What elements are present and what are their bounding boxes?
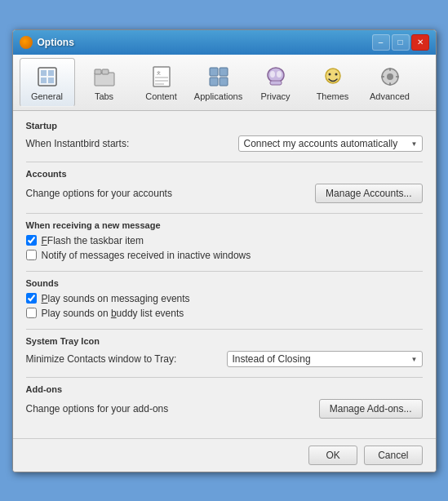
options-window: Options – □ ✕ General [12,29,437,472]
play-messaging-checkbox[interactable] [26,293,37,304]
tab-privacy[interactable]: Privacy [248,58,304,107]
svg-rect-2 [48,70,54,76]
separator-5 [26,377,423,378]
system-tray-label: Minimize Contacts window to Tray: [26,353,227,365]
title-bar: Options – □ ✕ [13,30,436,55]
svg-point-19 [277,71,282,78]
notify-checkbox[interactable] [26,250,37,260]
general-icon [34,64,60,90]
window-title: Options [38,37,372,48]
svg-rect-14 [220,68,228,76]
startup-section: Startup When Instantbird starts: Connect… [26,121,423,152]
addons-row: Change options for your add-ons Manage A… [26,399,423,419]
tab-tabs[interactable]: Tabs [77,58,132,107]
advanced-icon [377,64,403,90]
notify-label[interactable]: Notify of messages received in inactive … [42,250,251,261]
play-messaging-label[interactable]: Play sounds on messaging events [42,293,190,304]
content-icon: 文 [149,64,175,90]
sounds-title: Sounds [26,278,423,288]
applications-icon [206,64,232,90]
accounts-title: Accounts [26,169,423,179]
svg-rect-28 [381,76,384,78]
toolbar: General Tabs 文 Co [13,55,436,111]
svg-rect-26 [389,68,391,71]
play-buddy-label[interactable]: Play sounds on buddy list events [42,308,184,319]
tab-tabs-label: Tabs [95,91,113,101]
startup-title: Startup [26,121,423,131]
ok-button[interactable]: OK [308,446,357,465]
svg-rect-13 [210,68,218,76]
sounds-section: Sounds Play sounds on messaging events P… [26,278,423,319]
svg-point-18 [270,71,275,78]
svg-rect-15 [210,78,218,86]
svg-rect-7 [102,69,109,74]
tabs-icon [91,64,118,90]
svg-text:文: 文 [157,70,161,75]
tab-content-label: Content [145,91,177,101]
accounts-label: Change options for your accounts [26,188,316,199]
play-buddy-row: Play sounds on buddy list events [26,308,423,319]
svg-rect-4 [48,78,54,83]
svg-rect-3 [41,78,47,83]
restore-button[interactable]: □ [392,34,410,51]
cancel-button[interactable]: Cancel [364,446,422,465]
svg-rect-6 [95,69,101,74]
tab-privacy-label: Privacy [260,91,290,101]
manage-addons-button[interactable]: Manage Add-ons... [319,399,423,419]
tab-applications-label: Applications [194,91,242,101]
separator-3 [26,271,423,272]
flash-label[interactable]: FFlash the taskbar item [42,235,144,246]
separator-2 [26,213,423,214]
system-tray-section: System Tray Icon Minimize Contacts windo… [26,336,423,367]
accounts-row: Change options for your accounts Manage … [26,184,423,203]
svg-point-25 [387,73,393,80]
close-button[interactable]: ✕ [411,34,429,51]
tray-select-wrapper: Instead of Closing As well as Closing Ne… [227,351,423,367]
notify-row: Notify of messages received in inactive … [26,250,423,261]
system-tray-title: System Tray Icon [26,336,423,346]
svg-rect-27 [389,82,391,86]
tab-general-label: General [31,91,63,101]
svg-rect-16 [220,78,228,86]
tab-themes[interactable]: Themes [305,58,361,107]
svg-rect-29 [396,76,399,78]
play-messaging-row: Play sounds on messaging events [26,293,423,304]
manage-accounts-button[interactable]: Manage Accounts... [315,184,422,203]
messages-title: When receiving a new message [26,220,423,230]
flash-row: FFlash the taskbar item [26,235,423,246]
startup-select-wrapper: Connect my accounts automatically Don't … [238,135,423,152]
tab-content[interactable]: 文 Content [134,58,189,107]
svg-point-23 [335,73,337,75]
svg-point-22 [328,73,330,75]
startup-row: When Instantbird starts: Connect my acco… [26,135,423,152]
svg-rect-8 [153,67,170,86]
addons-title: Add-ons [26,384,423,394]
addons-label: Change options for your add-ons [26,403,319,415]
tab-advanced-label: Advanced [370,91,410,101]
tab-advanced[interactable]: Advanced [362,58,418,107]
svg-rect-20 [270,81,282,85]
system-tray-row: Minimize Contacts window to Tray: Instea… [26,351,423,367]
separator-1 [26,162,423,162]
svg-point-17 [268,68,284,82]
main-content: Startup When Instantbird starts: Connect… [13,111,436,438]
separator-4 [26,329,423,330]
window-icon [20,36,33,49]
tab-themes-label: Themes [317,91,349,101]
messages-section: When receiving a new message FFlash the … [26,220,423,261]
minimize-button[interactable]: – [372,34,390,51]
tab-applications[interactable]: Applications [191,58,246,107]
footer: OK Cancel [13,438,436,472]
flash-checkbox[interactable] [26,235,37,246]
addons-section: Add-ons Change options for your add-ons … [26,384,423,419]
themes-icon [320,64,346,90]
privacy-icon [263,64,289,90]
accounts-section: Accounts Change options for your account… [26,169,423,203]
title-bar-controls: – □ ✕ [372,34,429,51]
tab-general[interactable]: General [20,58,75,107]
startup-select[interactable]: Connect my accounts automatically Don't … [238,135,423,152]
startup-label: When Instantbird starts: [26,138,238,149]
tray-select[interactable]: Instead of Closing As well as Closing Ne… [227,351,423,367]
svg-rect-1 [41,70,47,76]
play-buddy-checkbox[interactable] [26,308,37,318]
